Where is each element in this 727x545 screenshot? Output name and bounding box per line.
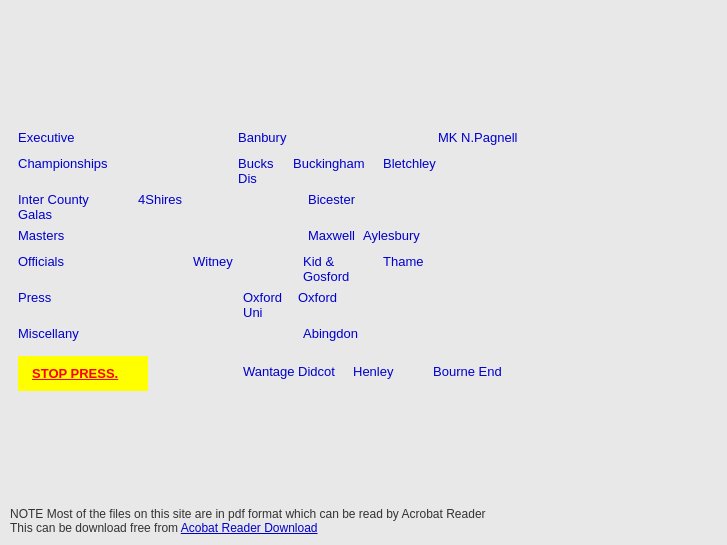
- bourne-end-link[interactable]: Bourne End: [433, 364, 502, 379]
- aylesbury-link[interactable]: Aylesbury: [363, 228, 420, 243]
- kid-gosford-link[interactable]: Kid & Gosford: [303, 254, 383, 284]
- bletchley-link[interactable]: Bletchley: [383, 156, 436, 171]
- henley-link[interactable]: Henley: [353, 364, 433, 379]
- masters-link[interactable]: Masters: [18, 228, 308, 243]
- bicester-link[interactable]: Bicester: [308, 192, 355, 207]
- mk-npagnell-link[interactable]: MK N.Pagnell: [438, 130, 517, 145]
- stop-press-link[interactable]: STOP PRESS.: [32, 366, 118, 381]
- oxford-link[interactable]: Oxford: [298, 290, 337, 305]
- witney-link[interactable]: Witney: [193, 254, 303, 269]
- press-link[interactable]: Press: [18, 290, 243, 305]
- abingdon-link[interactable]: Abingdon: [303, 326, 358, 341]
- footer-line1: NOTE Most of the files on this site are …: [10, 507, 717, 521]
- banbury-link[interactable]: Banbury: [238, 130, 438, 145]
- footer-note: NOTE Most of the files on this site are …: [10, 507, 717, 535]
- bucks-dis-link[interactable]: Bucks Dis: [238, 156, 293, 186]
- wantage-link[interactable]: Wantage: [243, 364, 298, 379]
- miscellany-link[interactable]: Miscellany: [18, 326, 303, 341]
- inter-county-link[interactable]: Inter County: [18, 192, 138, 207]
- buckingham-link[interactable]: Buckingham: [293, 156, 383, 171]
- oxford-uni-link[interactable]: Oxford Uni: [243, 290, 298, 320]
- executive-link[interactable]: Executive: [18, 130, 238, 145]
- didcot-link[interactable]: Didcot: [298, 364, 353, 379]
- acrobat-link[interactable]: Acobat Reader Download: [181, 521, 318, 535]
- maxwell-link[interactable]: Maxwell: [308, 228, 363, 243]
- footer-line2: This can be download free from Acobat Re…: [10, 521, 717, 535]
- officials-link[interactable]: Officials: [18, 254, 193, 269]
- galas-link[interactable]: Galas: [18, 207, 138, 222]
- championships-link[interactable]: Championships: [18, 156, 238, 171]
- thame-link[interactable]: Thame: [383, 254, 423, 269]
- 4shires-link[interactable]: 4Shires: [138, 192, 308, 207]
